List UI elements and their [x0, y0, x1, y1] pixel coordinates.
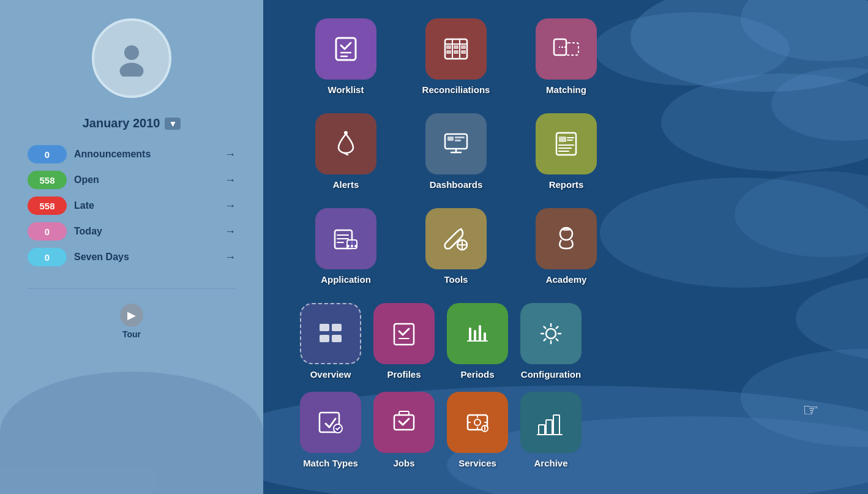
- svg-point-52: [354, 245, 357, 247]
- tour-label: Tour: [122, 329, 141, 339]
- worklist-label: Worklist: [328, 84, 364, 95]
- academy-icon: [536, 208, 597, 269]
- apps-row4: Overview Profiles Periods Configuration: [263, 303, 868, 380]
- app-match-types[interactable]: Match Types: [300, 392, 361, 468]
- open-badge: 558: [28, 171, 67, 189]
- svg-point-0: [124, 45, 139, 60]
- dashboards-icon: [425, 113, 487, 174]
- svg-point-50: [351, 245, 353, 247]
- app-reconciliations[interactable]: Reconciliations: [410, 18, 502, 95]
- svg-rect-79: [539, 425, 545, 435]
- sidebar: January 2010 ▼ 0 Announcements → 558 Ope…: [0, 0, 263, 494]
- sidebar-divider: [28, 288, 236, 289]
- tools-icon: [425, 208, 487, 269]
- svg-rect-22: [461, 45, 466, 49]
- stat-row-announcements[interactable]: 0 Announcements →: [28, 145, 236, 163]
- svg-point-29: [344, 131, 348, 135]
- svg-point-78: [484, 429, 485, 430]
- svg-rect-20: [446, 45, 451, 49]
- month-label: January 2010: [83, 116, 160, 130]
- app-matching[interactable]: Matching: [520, 18, 612, 95]
- archive-label: Archive: [534, 458, 567, 468]
- app-services[interactable]: Services: [447, 392, 508, 468]
- svg-point-51: [347, 245, 350, 247]
- app-reports[interactable]: Reports: [520, 113, 612, 190]
- open-arrow: →: [225, 174, 236, 187]
- open-label: Open: [74, 174, 217, 185]
- svg-rect-23: [446, 50, 451, 54]
- svg-rect-34: [455, 140, 461, 141]
- overview-icon: [300, 303, 361, 364]
- reconciliations-label: Reconciliations: [422, 84, 490, 95]
- svg-rect-80: [546, 420, 552, 435]
- svg-rect-61: [332, 335, 342, 342]
- application-label: Application: [321, 274, 371, 285]
- periods-label: Periods: [460, 369, 494, 380]
- profiles-icon: [373, 303, 435, 364]
- late-arrow: →: [225, 200, 236, 212]
- svg-point-69: [546, 329, 556, 339]
- avatar: [92, 18, 171, 98]
- overview-label: Overview: [310, 369, 351, 380]
- apps-row5: Match Types Jobs Services Archive: [263, 392, 868, 468]
- app-academy[interactable]: Academy: [520, 208, 612, 285]
- dashboards-label: Dashboards: [430, 179, 483, 190]
- announcements-badge: 0: [28, 145, 67, 163]
- svg-rect-73: [399, 411, 409, 415]
- stat-row-seven-days[interactable]: 0 Seven Days →: [28, 248, 236, 266]
- svg-point-75: [474, 419, 481, 425]
- services-label: Services: [458, 458, 496, 468]
- application-icon: [315, 208, 376, 269]
- app-jobs[interactable]: Jobs: [373, 392, 435, 468]
- seven-days-label: Seven Days: [74, 252, 217, 263]
- stat-row-late[interactable]: 558 Late →: [28, 196, 236, 215]
- matching-label: Matching: [546, 84, 586, 95]
- tour-icon[interactable]: ▶: [120, 304, 143, 327]
- today-arrow: →: [225, 225, 236, 238]
- announcements-label: Announcements: [74, 149, 217, 160]
- apps-grid: Worklist Reconciliations Matching Alerts: [263, 0, 868, 303]
- alerts-label: Alerts: [333, 179, 359, 190]
- today-badge: 0: [28, 222, 67, 241]
- month-dropdown-button[interactable]: ▼: [165, 118, 181, 130]
- late-badge: 558: [28, 196, 67, 215]
- app-profiles[interactable]: Profiles: [373, 303, 435, 380]
- alerts-icon: [315, 113, 376, 174]
- worklist-icon: [315, 18, 376, 80]
- archive-icon: [520, 392, 582, 453]
- services-icon: [447, 392, 508, 453]
- app-overview[interactable]: Overview: [300, 303, 361, 380]
- svg-rect-25: [461, 50, 466, 54]
- reports-icon: [536, 113, 597, 174]
- svg-rect-58: [320, 324, 329, 331]
- app-archive[interactable]: Archive: [520, 392, 582, 468]
- svg-rect-27: [566, 43, 578, 55]
- svg-rect-21: [454, 45, 458, 49]
- match-types-label: Match Types: [303, 458, 358, 468]
- jobs-label: Jobs: [393, 458, 414, 468]
- svg-rect-24: [454, 50, 458, 54]
- app-alerts[interactable]: Alerts: [300, 113, 392, 190]
- app-configuration[interactable]: Configuration: [520, 303, 582, 380]
- today-label: Today: [74, 226, 217, 237]
- stat-row-today[interactable]: 0 Today →: [28, 222, 236, 241]
- svg-rect-57: [563, 228, 570, 231]
- announcements-arrow: →: [225, 148, 236, 161]
- seven-days-arrow: →: [225, 251, 236, 264]
- configuration-label: Configuration: [521, 369, 581, 380]
- reconciliations-icon: [425, 18, 487, 80]
- app-periods[interactable]: Periods: [447, 303, 508, 380]
- month-selector: January 2010 ▼: [83, 116, 181, 130]
- stats-list: 0 Announcements → 558 Open → 558 Late → …: [28, 145, 236, 266]
- configuration-icon: [520, 303, 582, 364]
- stat-row-open[interactable]: 558 Open →: [28, 171, 236, 189]
- app-application[interactable]: Application: [300, 208, 392, 285]
- app-tools[interactable]: Tools: [410, 208, 502, 285]
- svg-rect-81: [553, 415, 559, 435]
- app-dashboards[interactable]: Dashboards: [410, 113, 502, 190]
- academy-label: Academy: [546, 274, 587, 285]
- app-worklist[interactable]: Worklist: [300, 18, 392, 95]
- matching-icon: [536, 18, 597, 80]
- reports-label: Reports: [549, 179, 584, 190]
- svg-rect-33: [455, 137, 465, 138]
